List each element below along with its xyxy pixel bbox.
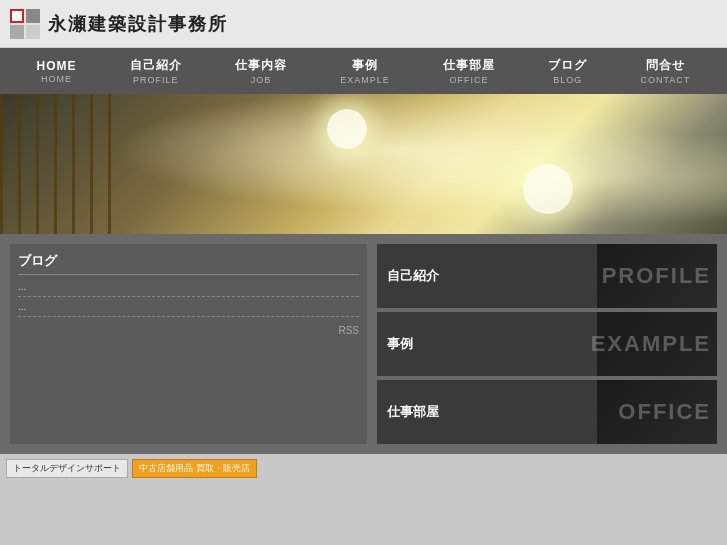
nav-blog[interactable]: ブログ BLOG bbox=[540, 53, 595, 89]
nav-office-en: OFFICE bbox=[450, 75, 489, 85]
svg-rect-2 bbox=[12, 11, 22, 21]
blog-entry-1-text: ... bbox=[18, 281, 26, 292]
sidebar-card-example-en: EXAMPLE bbox=[591, 331, 711, 357]
svg-rect-4 bbox=[10, 25, 24, 39]
nav-home-en: HOME bbox=[41, 74, 72, 84]
sidebar-card-office[interactable]: 仕事部屋 OFFICE bbox=[377, 380, 717, 444]
footer-badge-2[interactable]: 中古店舗用品 買取・販売店 bbox=[132, 459, 257, 478]
nav-home-jp: HOME bbox=[37, 59, 77, 73]
footer-badge-1[interactable]: トータルデザインサポート bbox=[6, 459, 128, 478]
nav-job[interactable]: 仕事内容 JOB bbox=[227, 53, 295, 89]
nav-example-jp: 事例 bbox=[352, 57, 378, 74]
nav-blog-jp: ブログ bbox=[548, 57, 587, 74]
nav-contact-jp: 問合せ bbox=[646, 57, 685, 74]
nav-blog-en: BLOG bbox=[553, 75, 582, 85]
nav-home[interactable]: HOME HOME bbox=[29, 55, 85, 88]
blog-divider-1 bbox=[18, 296, 359, 297]
sidebar-card-office-label: 仕事部屋 bbox=[387, 403, 439, 421]
nav-office[interactable]: 仕事部屋 OFFICE bbox=[435, 53, 503, 89]
nav-profile-jp: 自己紹介 bbox=[130, 57, 182, 74]
header: 永瀬建築設計事務所 bbox=[0, 0, 727, 48]
blog-section: ブログ ... ... RSS bbox=[10, 244, 367, 444]
hero-light1 bbox=[327, 109, 367, 149]
nav-example[interactable]: 事例 EXAMPLE bbox=[332, 53, 398, 89]
nav-profile-en: PROFILE bbox=[133, 75, 179, 85]
blog-entry-2-text: ... bbox=[18, 301, 26, 312]
rss-link[interactable]: RSS bbox=[18, 325, 359, 336]
blog-title: ブログ bbox=[18, 252, 359, 275]
sidebar-card-profile[interactable]: 自己紹介 PROFILE bbox=[377, 244, 717, 308]
svg-rect-5 bbox=[26, 25, 40, 39]
nav-contact-en: CONTACT bbox=[640, 75, 690, 85]
navigation: HOME HOME 自己紹介 PROFILE 仕事内容 JOB 事例 EXAMP… bbox=[0, 48, 727, 94]
blog-divider-2 bbox=[18, 316, 359, 317]
sidebar: 自己紹介 PROFILE 事例 EXAMPLE 仕事部屋 OFFICE bbox=[377, 244, 717, 444]
svg-rect-3 bbox=[26, 9, 40, 23]
hero-banner bbox=[0, 94, 727, 234]
nav-example-en: EXAMPLE bbox=[340, 75, 390, 85]
blog-entry-2: ... bbox=[18, 301, 359, 312]
sidebar-card-profile-en: PROFILE bbox=[602, 263, 711, 289]
nav-job-jp: 仕事内容 bbox=[235, 57, 287, 74]
site-title: 永瀬建築設計事務所 bbox=[48, 12, 228, 36]
nav-job-en: JOB bbox=[251, 75, 272, 85]
nav-contact[interactable]: 問合せ CONTACT bbox=[632, 53, 698, 89]
blog-entry-1: ... bbox=[18, 281, 359, 292]
hero-lines bbox=[0, 94, 120, 234]
sidebar-card-example[interactable]: 事例 EXAMPLE bbox=[377, 312, 717, 376]
sidebar-card-profile-label: 自己紹介 bbox=[387, 267, 439, 285]
logo-icon bbox=[10, 9, 40, 39]
sidebar-card-example-label: 事例 bbox=[387, 335, 413, 353]
main-content: ブログ ... ... RSS 自己紹介 PROFILE 事例 EXAMPLE … bbox=[0, 234, 727, 454]
footer-bar: トータルデザインサポート 中古店舗用品 買取・販売店 bbox=[0, 454, 727, 482]
sidebar-card-office-en: OFFICE bbox=[618, 399, 711, 425]
nav-profile[interactable]: 自己紹介 PROFILE bbox=[122, 53, 190, 89]
nav-office-jp: 仕事部屋 bbox=[443, 57, 495, 74]
